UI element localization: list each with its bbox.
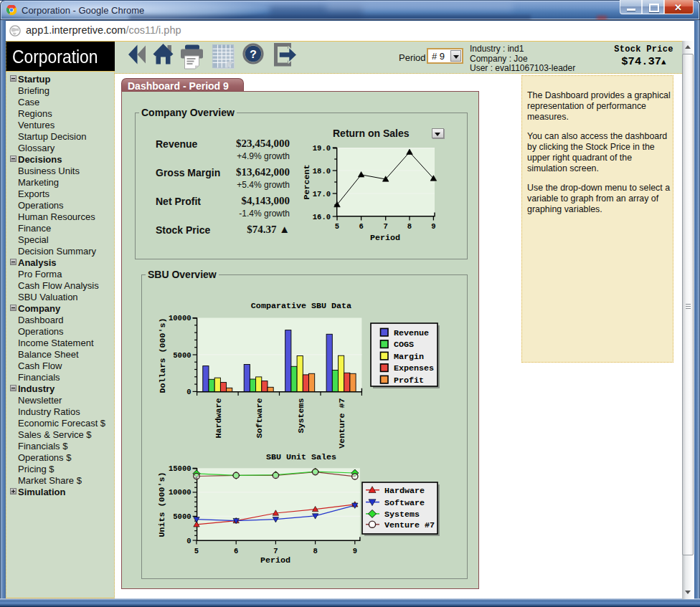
svg-text:6: 6 xyxy=(234,547,238,555)
svg-text:Margin: Margin xyxy=(394,352,424,362)
svg-text:5000: 5000 xyxy=(173,351,191,360)
svg-text:Software: Software xyxy=(255,398,265,439)
svg-text:10000: 10000 xyxy=(169,488,191,497)
svg-text:Software: Software xyxy=(384,498,425,508)
svg-text:Period: Period xyxy=(370,233,400,243)
svg-text:8: 8 xyxy=(407,222,412,231)
svg-text:17.0: 17.0 xyxy=(313,190,331,199)
svg-text:19.0: 19.0 xyxy=(313,144,331,153)
svg-text:9: 9 xyxy=(431,222,435,231)
svg-text:Comparative SBU Data: Comparative SBU Data xyxy=(251,301,351,311)
svg-text:18.0: 18.0 xyxy=(313,167,331,176)
svg-text:0: 0 xyxy=(186,537,191,545)
svg-text:Systems: Systems xyxy=(296,398,306,434)
svg-text:Hardware: Hardware xyxy=(384,486,425,496)
svg-text:SBU Unit Sales: SBU Unit Sales xyxy=(266,452,336,462)
svg-text:?: ? xyxy=(250,49,257,62)
svg-text:Profit: Profit xyxy=(394,376,424,386)
svg-text:8: 8 xyxy=(313,547,317,555)
svg-text:Units (000's): Units (000's) xyxy=(157,472,167,537)
svg-text:7: 7 xyxy=(273,547,278,555)
svg-text:7: 7 xyxy=(384,222,388,231)
svg-text:16.0: 16.0 xyxy=(313,213,331,221)
svg-text:5: 5 xyxy=(194,547,199,555)
svg-text:Venture #7: Venture #7 xyxy=(337,398,347,449)
svg-text:Venture #7: Venture #7 xyxy=(384,520,435,530)
svg-text:Period: Period xyxy=(260,555,290,565)
svg-text:COGS: COGS xyxy=(394,340,414,350)
svg-text:Hardware: Hardware xyxy=(214,398,224,439)
svg-text:Percent: Percent xyxy=(302,164,312,199)
svg-text:9: 9 xyxy=(353,547,357,555)
svg-text:Expenses: Expenses xyxy=(394,363,434,373)
svg-text:5000: 5000 xyxy=(173,512,191,521)
svg-text:5: 5 xyxy=(335,222,339,231)
svg-text:6: 6 xyxy=(359,222,363,231)
svg-text:0: 0 xyxy=(186,388,191,396)
svg-text:10000: 10000 xyxy=(169,314,191,322)
svg-text:Revenue: Revenue xyxy=(394,328,429,338)
svg-text:Systems: Systems xyxy=(384,510,420,520)
svg-text:15000: 15000 xyxy=(169,464,191,473)
svg-text:Dollars (000's): Dollars (000's) xyxy=(158,317,168,393)
